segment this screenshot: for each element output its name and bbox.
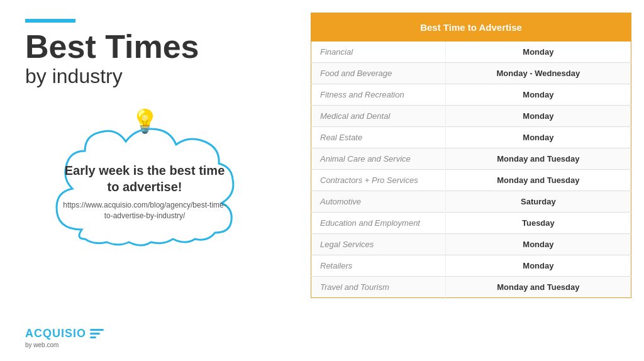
industry-cell: Retailers: [311, 255, 446, 277]
accent-bar: [25, 19, 75, 23]
logo-line-2: [90, 333, 100, 335]
logo-lines: [90, 329, 104, 338]
industry-cell: Contractors + Pro Services: [311, 170, 446, 191]
time-cell: Monday and Tuesday: [445, 170, 631, 191]
industry-cell: Education and Employment: [311, 213, 446, 234]
main-title: Best Times: [25, 29, 264, 65]
time-cell: Monday - Wednesday: [445, 63, 631, 84]
industry-cell: Legal Services: [311, 234, 446, 255]
cloud-headline: Early week is the best time to advertise…: [63, 162, 226, 195]
industry-cell: Fitness and Recreation: [311, 84, 446, 106]
logo-text: ACQUISIO: [25, 327, 86, 340]
data-table: Best Time to Advertise FinancialMondayFo…: [311, 13, 631, 298]
table-header: Best Time to Advertise: [311, 13, 631, 42]
time-cell: Monday and Tuesday: [445, 277, 631, 298]
time-cell: Saturday: [445, 191, 631, 213]
bulb-icon: 💡: [131, 108, 159, 135]
logo-text-container: ACQUISIO by web.com: [25, 327, 104, 348]
cloud-container: 💡 Early week is the best time to adverti…: [44, 107, 245, 258]
time-cell: Monday and Tuesday: [445, 148, 631, 170]
industry-cell: Financial: [311, 42, 446, 63]
table-row: Education and EmploymentTuesday: [311, 213, 631, 234]
table-row: Medical and DentalMonday: [311, 106, 631, 127]
time-cell: Monday: [445, 42, 631, 63]
left-panel: Best Times by industry 💡 Early week is t…: [0, 0, 289, 361]
industry-cell: Animal Care and Service: [311, 148, 446, 170]
cloud-url: https://www.acquisio.com/blog/agency/bes…: [63, 200, 226, 221]
industry-cell: Real Estate: [311, 127, 446, 148]
table-row: Animal Care and ServiceMonday and Tuesda…: [311, 148, 631, 170]
right-panel: Best Time to Advertise FinancialMondayFo…: [311, 13, 631, 298]
table-row: FinancialMonday: [311, 42, 631, 63]
logo-line-1: [90, 329, 104, 331]
table-row: Fitness and RecreationMonday: [311, 84, 631, 106]
table-row: Legal ServicesMonday: [311, 234, 631, 255]
time-cell: Monday: [445, 106, 631, 127]
logo-area: ACQUISIO by web.com: [25, 327, 104, 348]
time-cell: Monday: [445, 234, 631, 255]
time-cell: Monday: [445, 84, 631, 106]
industry-cell: Medical and Dental: [311, 106, 446, 127]
logo-line-3: [90, 336, 96, 338]
time-cell: Monday: [445, 127, 631, 148]
table-row: Contractors + Pro ServicesMonday and Tue…: [311, 170, 631, 191]
time-cell: Tuesday: [445, 213, 631, 234]
table-row: Real EstateMonday: [311, 127, 631, 148]
industry-cell: Travel and Tourism: [311, 277, 446, 298]
logo-byline: by web.com: [25, 342, 104, 348]
table-row: Food and BeverageMonday - Wednesday: [311, 63, 631, 84]
industry-cell: Automotive: [311, 191, 446, 213]
time-cell: Monday: [445, 255, 631, 277]
sub-title: by industry: [25, 65, 264, 88]
table-row: Travel and TourismMonday and Tuesday: [311, 277, 631, 298]
cloud-text-wrapper: Early week is the best time to advertise…: [44, 137, 245, 228]
industry-cell: Food and Beverage: [311, 63, 446, 84]
table-row: RetailersMonday: [311, 255, 631, 277]
table-row: AutomotiveSaturday: [311, 191, 631, 213]
